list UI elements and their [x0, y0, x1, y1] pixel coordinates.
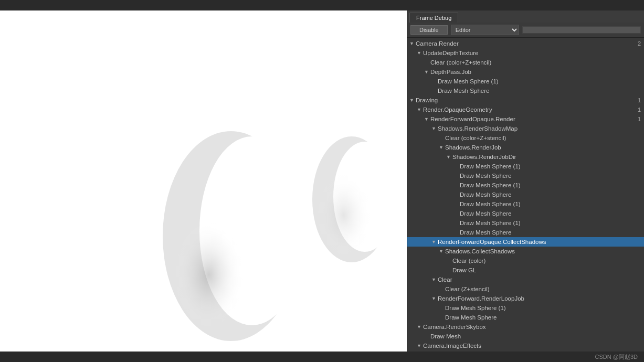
tree-arrow: ▼ [424, 115, 430, 123]
tree-item-camera-render[interactable]: ▼Camera.Render2 [407, 39, 644, 48]
tree-panel: ▼Camera.Render2▼UpdateDepthTextureClear … [407, 38, 644, 352]
tree-item-count: 1 [638, 115, 641, 123]
tree-item-label: Drawing [416, 96, 638, 104]
tree-item-camera-image-effects[interactable]: ▼Camera.ImageEffects [407, 341, 644, 350]
tree-item-clear-z-stencil[interactable]: Clear (Z+stencil) [407, 284, 644, 294]
watermark-text: CSDN @阿赵3D [595, 353, 638, 361]
tree-item-label: Draw Mesh Sphere [460, 172, 644, 180]
tree-item-draw-mesh[interactable]: Draw Mesh [407, 332, 644, 341]
tree-item-count: 2 [638, 39, 641, 48]
frame-debug-tab[interactable]: Frame Debug [409, 13, 458, 23]
tree-item-draw-mesh-sphere-1-a[interactable]: Draw Mesh Sphere (1) [407, 162, 644, 171]
tree-item-shadows-render-job-dir[interactable]: ▼Shadows.RenderJobDir [407, 152, 644, 162]
tree-arrow: ▼ [417, 49, 423, 57]
tree-item-label: RenderForward.RenderLoopJob [438, 294, 644, 303]
tree-item-draw-mesh-sphere-e[interactable]: Draw Mesh Sphere [407, 313, 644, 322]
tree-item-shadows-render-shadow-map[interactable]: ▼Shadows.RenderShadowMap [407, 124, 644, 133]
tree-item-label: RenderForwardOpaque.CollectShadows [438, 238, 644, 246]
tree-item-label: Render.OpaqueGeometry [423, 105, 638, 114]
tree-item-label: Draw Mesh Sphere [438, 87, 644, 95]
tree-item-count: 1 [638, 105, 641, 114]
tree-item-draw-mesh-sphere-d[interactable]: Draw Mesh Sphere [407, 228, 644, 237]
top-bar [0, 0, 644, 10]
viewport [0, 10, 407, 352]
tree-item-render-forward-opaque-collect-shadows[interactable]: ▼RenderForwardOpaque.CollectShadows [407, 237, 644, 247]
tree-item-label: Clear (color) [452, 257, 644, 265]
editor-select[interactable]: Editor Game SceneView [451, 25, 519, 35]
tree-item-label: Clear [438, 275, 644, 284]
tree-item-depth-pass-job[interactable]: ▼DepthPass.Job [407, 67, 644, 77]
tree-item-label: Camera.RenderSkybox [423, 323, 644, 331]
tree-item-clear-color-z-stencil-1[interactable]: Clear (color+Z+stencil) [407, 58, 644, 67]
tree-item-label: Clear (color+Z+stencil) [430, 58, 644, 67]
tree-arrow: ▼ [417, 105, 423, 114]
tree-item-shadows-collect-shadows[interactable]: ▼Shadows.CollectShadows [407, 247, 644, 256]
svg-point-5 [163, 168, 278, 346]
watermark: CSDN @阿赵3D [0, 352, 644, 362]
tree-item-draw-mesh-sphere-depth[interactable]: Draw Mesh Sphere [407, 86, 644, 95]
tree-item-render-forward-render-loop-job[interactable]: ▼RenderForward.RenderLoopJob [407, 294, 644, 303]
right-panel: Frame Debug Disable Editor Game SceneVie… [407, 10, 644, 352]
tree-item-label: Shadows.RenderJob [445, 143, 644, 152]
tree-item-draw-mesh-sphere-b[interactable]: Draw Mesh Sphere [407, 190, 644, 199]
tree-arrow: ▼ [424, 68, 430, 76]
tree-arrow: ▼ [446, 153, 452, 161]
tree-arrow: ▼ [431, 294, 438, 303]
tree-item-draw-gl[interactable]: Draw GL [407, 265, 644, 275]
tree-item-label: Draw Mesh Sphere (1) [445, 304, 644, 312]
tree-item-label: DepthPass.Job [430, 68, 644, 76]
svg-point-6 [310, 163, 378, 268]
tree-item-label: Clear (Z+stencil) [445, 285, 644, 293]
tree-arrow: ▼ [431, 238, 438, 246]
tree-item-label: Draw Mesh Sphere (1) [460, 162, 644, 171]
tree-arrow: ▼ [431, 275, 438, 284]
tree-item-label: Clear (color+Z+stencil) [445, 134, 644, 142]
crescent-render [0, 10, 407, 352]
tree-item-label: UpdateDepthTexture [423, 49, 644, 57]
tree-arrow: ▼ [417, 342, 423, 350]
tree-item-draw-mesh-sphere-1-e[interactable]: Draw Mesh Sphere (1) [407, 303, 644, 313]
tree-item-label: Draw Mesh Sphere [460, 228, 644, 237]
tree-item-label: Shadows.CollectShadows [445, 247, 644, 255]
tree-arrow: ▼ [417, 323, 423, 331]
tree-item-label: Draw GL [452, 266, 644, 274]
tree-item-label: Camera.Render [416, 39, 638, 48]
tree-item-render-opaque-geometry[interactable]: ▼Render.OpaqueGeometry1 [407, 105, 644, 114]
tree-item-label: Draw Mesh Sphere [445, 313, 644, 322]
tree-item-label: Draw Mesh Sphere (1) [460, 200, 644, 208]
tree-item-draw-mesh-sphere-a[interactable]: Draw Mesh Sphere [407, 171, 644, 180]
tree-item-drawing[interactable]: ▼Drawing1 [407, 95, 644, 105]
tree-arrow: ▼ [439, 143, 445, 152]
tree-item-draw-mesh-sphere-1-d[interactable]: Draw Mesh Sphere (1) [407, 218, 644, 228]
tree-item-count: 1 [638, 96, 641, 104]
tree-item-draw-mesh-sphere-1-depth[interactable]: Draw Mesh Sphere (1) [407, 77, 644, 86]
disable-button[interactable]: Disable [410, 25, 448, 35]
tree-item-render-forward-opaque-render[interactable]: ▼RenderForwardOpaque.Render1 [407, 114, 644, 124]
tree-item-label: Draw Mesh Sphere (1) [438, 77, 644, 86]
tree-item-label: Draw Mesh Sphere (1) [460, 181, 644, 189]
tree-item-label: RenderForwardOpaque.Render [430, 115, 638, 123]
tree-item-label: Shadows.RenderJobDir [452, 153, 644, 161]
tree-item-label: Draw Mesh Sphere [460, 209, 644, 218]
tree-item-clear-color-z-stencil-2[interactable]: Clear (color+Z+stencil) [407, 133, 644, 143]
tree-item-label: Draw Mesh Sphere [460, 190, 644, 199]
tree-item-draw-mesh-sphere-1-c[interactable]: Draw Mesh Sphere (1) [407, 199, 644, 209]
tree-item-label: Shadows.RenderShadowMap [438, 124, 644, 133]
tree-item-label: Draw Mesh [430, 332, 644, 340]
tree-item-label: Camera.ImageEffects [423, 342, 644, 350]
tree-arrow: ▼ [409, 96, 416, 104]
tree-item-draw-mesh-sphere-1-b[interactable]: Draw Mesh Sphere (1) [407, 180, 644, 190]
tree-item-camera-render-skybox[interactable]: ▼Camera.RenderSkybox [407, 322, 644, 332]
progress-slider[interactable] [522, 26, 641, 34]
tree-item-label: Draw Mesh Sphere (1) [460, 219, 644, 227]
tree-item-update-depth-texture[interactable]: ▼UpdateDepthTexture [407, 48, 644, 58]
tree-arrow: ▼ [431, 124, 438, 133]
tab-bar: Frame Debug [407, 10, 644, 23]
tree-arrow: ▼ [409, 39, 416, 48]
tree-item-clear[interactable]: ▼Clear [407, 275, 644, 284]
tree-item-clear-color[interactable]: Clear (color) [407, 256, 644, 265]
tree-item-draw-mesh-sphere-c[interactable]: Draw Mesh Sphere [407, 209, 644, 218]
tree-arrow: ▼ [439, 247, 445, 255]
tree-item-shadows-render-job[interactable]: ▼Shadows.RenderJob [407, 143, 644, 152]
toolbar-row: Disable Editor Game SceneView [407, 23, 644, 38]
